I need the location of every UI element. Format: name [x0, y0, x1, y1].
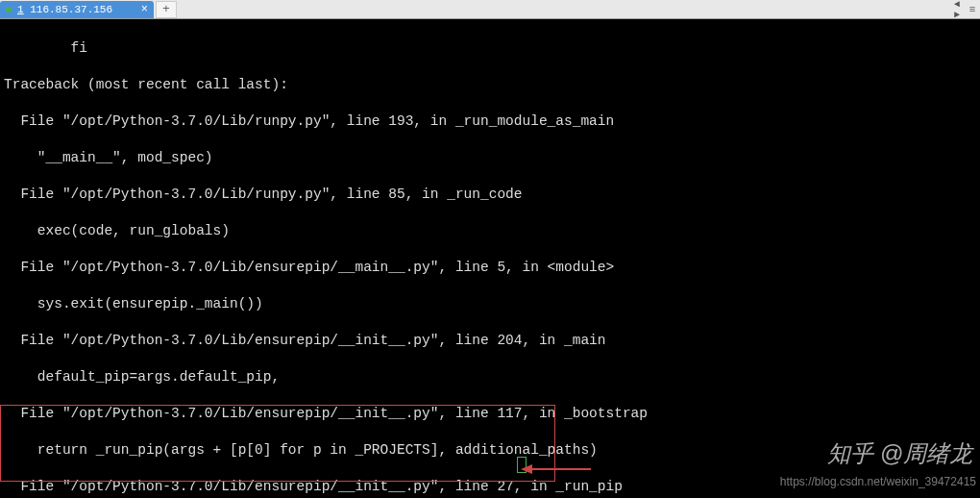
arrow-annotation-icon — [519, 460, 596, 479]
tab-menu-icon[interactable]: ≡ — [965, 4, 980, 15]
terminal-line: File "/opt/Python-3.7.0/Lib/ensurepip/__… — [4, 478, 976, 496]
terminal-line: exec(code, run_globals) — [4, 222, 976, 240]
terminal-line: "__main__", mod_spec) — [4, 149, 976, 167]
terminal-line: sys.exit(ensurepip._main()) — [4, 295, 976, 313]
svg-marker-1 — [521, 464, 532, 474]
terminal-output[interactable]: fi Traceback (most recent call last): Fi… — [0, 19, 980, 498]
terminal-line: File "/opt/Python-3.7.0/Lib/runpy.py", l… — [4, 112, 976, 131]
terminal-line: File "/opt/Python-3.7.0/Lib/runpy.py", l… — [4, 186, 976, 204]
tab-active[interactable]: 1 116.85.37.156 × — [0, 1, 154, 18]
tab-label: 1 116.85.37.156 — [17, 4, 134, 15]
new-tab-button[interactable]: + — [156, 1, 177, 18]
status-dot-icon — [6, 7, 12, 12]
tab-arrows-icon[interactable]: ◄ ► — [949, 0, 965, 20]
terminal-line: return _run_pip(args + [p[0] for p in _P… — [4, 441, 976, 460]
terminal-line: File "/opt/Python-3.7.0/Lib/ensurepip/__… — [4, 332, 976, 350]
close-icon[interactable]: × — [139, 3, 150, 16]
terminal-line: File "/opt/Python-3.7.0/Lib/ensurepip/__… — [4, 259, 976, 277]
terminal-line: default_pip=args.default_pip, — [4, 368, 976, 386]
tab-bar: 1 116.85.37.156 × + ◄ ► ≡ — [0, 0, 980, 19]
terminal-line: fi — [4, 39, 976, 58]
terminal-line: File "/opt/Python-3.7.0/Lib/ensurepip/__… — [4, 405, 976, 423]
terminal-line: Traceback (most recent call last): — [4, 76, 976, 94]
